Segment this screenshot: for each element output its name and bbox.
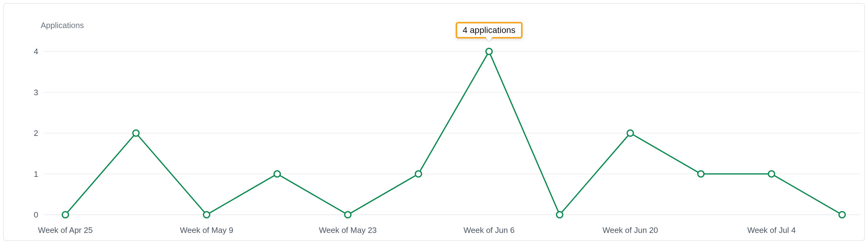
y-tick-label: 4 [26,47,38,56]
x-tick-label: Week of May 23 [319,225,377,235]
x-tick-label: Week of Apr 25 [38,225,92,235]
chart-tooltip: 4 applications [456,22,523,38]
y-tick-label: 0 [26,210,38,220]
data-point[interactable] [839,212,845,218]
y-tick-label: 3 [26,88,38,97]
x-tick-label: Week of Jul 4 [747,225,796,235]
data-point[interactable] [415,171,421,177]
data-point[interactable] [345,212,351,218]
x-tick-label: Week of Jun 20 [602,225,658,235]
y-tick-label: 2 [26,128,38,138]
data-point[interactable] [204,212,210,218]
data-point[interactable] [274,171,280,177]
x-tick-label: Week of Jun 6 [464,225,515,235]
data-point[interactable] [557,212,563,218]
data-point[interactable] [769,171,775,177]
tooltip-text: 4 applications [463,25,516,35]
applications-chart-card: Applications 01234 Week of Apr 25Week of… [3,3,865,241]
data-point[interactable] [62,212,68,218]
data-point[interactable] [698,171,704,177]
x-tick-label: Week of May 9 [180,225,233,235]
data-point[interactable] [486,49,492,55]
data-point[interactable] [133,130,139,136]
y-tick-label: 1 [26,169,38,179]
chart-plot-area[interactable] [4,4,866,242]
data-point[interactable] [627,130,633,136]
